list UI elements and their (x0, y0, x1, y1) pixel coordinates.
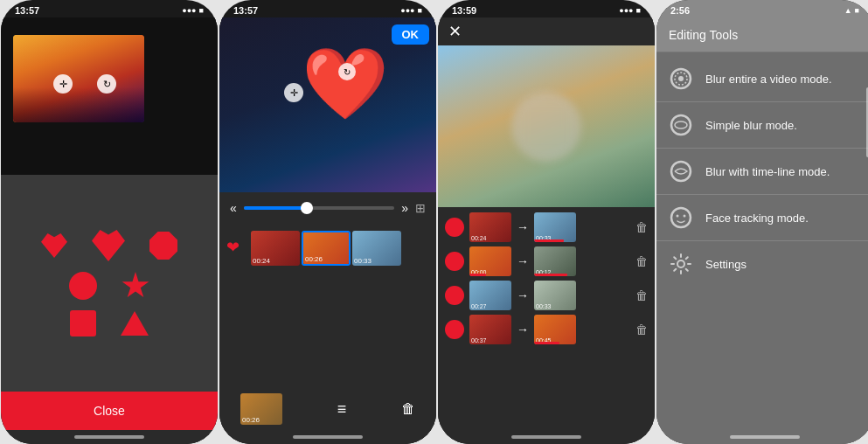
editing-tools-header: Editing Tools (656, 17, 868, 52)
shape-heart[interactable] (41, 233, 67, 258)
grid-icon[interactable]: ⊞ (415, 201, 426, 215)
shape-circle[interactable] (69, 272, 97, 300)
wifi-icon: ▲ (844, 6, 852, 15)
list-progress-1b (534, 239, 564, 242)
shapes-area (1, 175, 218, 392)
progress-bar[interactable] (244, 206, 394, 210)
list-clip-3a[interactable]: 00:27 (469, 281, 511, 310)
ok-button[interactable]: OK (392, 24, 430, 45)
home-indicator-1 (1, 430, 218, 444)
menu-label-blur-full: Blur entire a video mode. (705, 73, 832, 86)
phone4-screen: Editing Tools Blur entire a video mode. (656, 17, 868, 444)
battery-icon-4: ■ (855, 6, 859, 15)
menu-item-blur-simple[interactable]: Simple blur mode. (656, 102, 868, 149)
heart-emoji: ❤️ (302, 43, 389, 125)
move-icon-1[interactable]: ✛ (53, 74, 73, 94)
controls-area: « » ⊞ (219, 192, 436, 224)
list-progress-2b (534, 274, 567, 276)
signal-icon-1: ●●● (182, 6, 196, 15)
shape-octagon[interactable] (149, 232, 177, 260)
home-indicator-3 (438, 430, 655, 444)
status-icons-1: ●●● ■ (182, 6, 204, 15)
shape-heart-big[interactable] (92, 230, 125, 261)
phone-2: 13:57 ●●● ■ ❤️ ↻ ✛ OK « » ⊞ ❤ (219, 0, 436, 444)
svg-point-2 (678, 76, 684, 81)
list-clip-2b[interactable]: 00:12 (534, 246, 576, 276)
list-dot-1[interactable] (445, 218, 464, 237)
clip-thumb-3[interactable]: 00:33 (352, 231, 401, 266)
list-trash-3[interactable]: 🗑 (635, 288, 648, 302)
list-dot-4[interactable] (445, 320, 464, 339)
list-area: 00:24 → 00:33 🗑 00:00 → (438, 207, 655, 430)
overlay-icons-1: ✛ ↻ (53, 74, 116, 94)
progress-thumb[interactable] (301, 202, 313, 214)
menu-label-blur-simple: Simple blur mode. (705, 119, 797, 132)
menu-item-blur-timeline[interactable]: Blur with time-line mode. (656, 149, 868, 195)
list-clip-3b[interactable]: 00:33 (534, 281, 576, 310)
list-row-2: 00:00 → 00:12 🗑 (445, 246, 648, 276)
video-content-3 (438, 45, 655, 207)
trash-icon-2[interactable]: 🗑 (401, 401, 415, 417)
menu-item-blur-full[interactable]: Blur entire a video mode. (656, 56, 868, 102)
shape-star[interactable] (122, 272, 149, 300)
status-time-1: 13:57 (15, 5, 39, 16)
list-trash-2[interactable]: 🗑 (635, 254, 648, 268)
clip-thumb-2[interactable]: 00:26 (302, 231, 351, 266)
rewind-button[interactable]: « (230, 201, 237, 215)
list-clip-1b[interactable]: 00:33 (534, 212, 576, 242)
progress-fill (244, 206, 304, 210)
status-time-4: 2:56 (670, 5, 690, 16)
status-time-2: 13:57 (233, 5, 258, 16)
forward-button[interactable]: » (401, 201, 408, 215)
list-row-1: 00:24 → 00:33 🗑 (445, 212, 648, 242)
list-row-4: 00:37 → 00:45 🗑 (445, 315, 648, 344)
bottom-clip-thumb[interactable]: 00:26 (240, 393, 282, 425)
shapes-row-2 (69, 272, 149, 300)
settings-icon (669, 252, 693, 276)
list-clip-label-3a: 00:27 (471, 303, 487, 309)
close-x-button[interactable]: ✕ (448, 22, 462, 41)
shape-square[interactable] (70, 310, 96, 336)
clip-thumb-1[interactable]: 00:24 (251, 231, 300, 266)
status-bar-4: 2:56 ▲ ■ (656, 0, 868, 17)
timeline-clips: 00:24 00:26 00:33 (251, 231, 401, 266)
list-trash-1[interactable]: 🗑 (635, 220, 648, 234)
list-clip-1a[interactable]: 00:24 (469, 212, 511, 242)
signal-icon-3: ●●● (619, 6, 633, 15)
edit-icon[interactable]: ≡ (337, 400, 347, 419)
list-clip-label-3b: 00:33 (536, 303, 552, 309)
phone-3: 13:59 ●●● ■ ✕ 00:24 → (438, 0, 655, 444)
list-clip-2a[interactable]: 00:00 (469, 246, 511, 276)
video-area-2: ❤️ ↻ ✛ OK (219, 17, 436, 192)
menu-item-face-tracking[interactable]: Face tracking mode. (656, 195, 868, 241)
list-row-3: 00:27 → 00:33 🗑 (445, 281, 648, 310)
top-bar-3: ✕ (438, 17, 655, 45)
list-clip-4a[interactable]: 00:37 (469, 315, 511, 344)
phone2-screen: ❤️ ↻ ✛ OK « » ⊞ ❤ 00:24 (219, 17, 436, 444)
clip-label-3: 00:33 (354, 257, 372, 265)
home-indicator-2 (219, 430, 436, 444)
timeline-area: ❤ 00:24 00:26 00:33 (219, 224, 436, 388)
list-dot-2[interactable] (445, 252, 464, 271)
list-progress-2a (469, 274, 486, 276)
menu-label-blur-timeline: Blur with time-line mode. (705, 165, 830, 178)
editing-tools-title: Editing Tools (669, 28, 738, 42)
blur-overlay (511, 92, 581, 162)
close-bar[interactable]: Close (1, 392, 218, 430)
rotate-icon-1[interactable]: ↻ (97, 74, 116, 94)
menu-item-settings[interactable]: Settings (656, 241, 868, 287)
timeline-track: ❤ 00:24 00:26 00:33 (226, 231, 429, 266)
menu-label-settings: Settings (705, 258, 746, 271)
menu-label-face-tracking: Face tracking mode. (705, 212, 809, 225)
svg-point-6 (671, 208, 691, 227)
list-arrow-4: → (517, 323, 529, 336)
list-trash-4[interactable]: 🗑 (635, 323, 648, 336)
svg-point-9 (677, 260, 684, 267)
list-clip-label-4a: 00:37 (471, 337, 487, 343)
list-dot-3[interactable] (445, 286, 464, 305)
face-tracking-icon (669, 205, 693, 230)
status-icons-3: ●●● ■ (619, 6, 641, 15)
close-label: Close (94, 404, 125, 418)
list-clip-4b[interactable]: 00:45 (534, 315, 576, 344)
shape-triangle[interactable] (121, 311, 149, 336)
